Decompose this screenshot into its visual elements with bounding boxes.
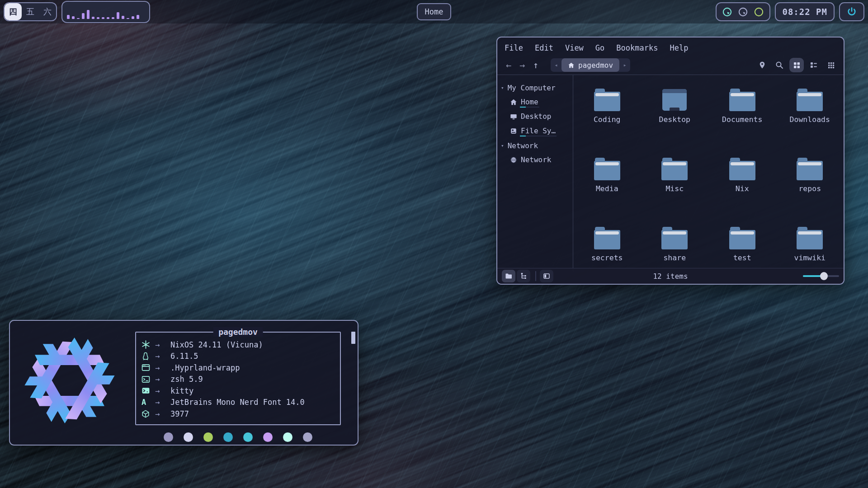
palette-color-0 — [164, 432, 173, 442]
visualizer-bar — [77, 18, 80, 19]
path-segment-home[interactable]: pagedmov — [561, 58, 619, 72]
folder-repos[interactable]: repos — [776, 151, 844, 221]
power-icon — [847, 7, 857, 17]
zoom-slider[interactable] — [803, 272, 839, 281]
terminal-icon — [142, 386, 155, 395]
menu-item-go[interactable]: Go — [595, 43, 604, 52]
compact-view-button[interactable] — [824, 58, 838, 72]
palette-color-1 — [184, 432, 193, 442]
menu-item-file[interactable]: File — [505, 43, 523, 52]
power-button[interactable] — [839, 2, 864, 21]
fetch-row-wm: →.Hyprland-wrapp — [142, 362, 334, 374]
active-window-title[interactable]: Home — [417, 3, 452, 20]
toggle-side-pane-button[interactable] — [540, 270, 553, 282]
folder-icon — [797, 89, 823, 111]
fastfetch-output: pagedmov →NixOS 24.11 (Vicuna)→6.11.5→.H… — [135, 332, 341, 442]
visualizer-bar — [112, 17, 114, 19]
path-bar[interactable]: ◂ pagedmov ▸ — [551, 58, 630, 72]
arrow-icon: → — [155, 386, 170, 395]
path-scroll-right-icon[interactable]: ▸ — [619, 62, 630, 68]
list-view-icon — [810, 61, 818, 69]
visualizer-bar — [97, 17, 99, 19]
sidebar-item-home[interactable]: Home — [497, 95, 573, 109]
path-segment-label: pagedmov — [578, 61, 613, 70]
folder-icon — [594, 89, 620, 111]
menu-item-help[interactable]: Help — [670, 43, 688, 52]
show-places-button[interactable] — [502, 270, 515, 282]
font-icon: A — [142, 398, 155, 407]
location-button[interactable] — [755, 58, 769, 72]
sidebar-section-network[interactable]: ▾Network — [497, 138, 573, 153]
arrow-icon: → — [155, 340, 170, 349]
search-icon — [775, 61, 783, 69]
visualizer-bar — [132, 16, 134, 19]
palette-color-2 — [203, 432, 213, 442]
nixos-icon — [142, 340, 155, 349]
path-scroll-left-icon[interactable]: ◂ — [551, 62, 561, 68]
menu-item-view[interactable]: View — [565, 43, 584, 52]
top-bar-left: 四五六 — [4, 1, 150, 23]
folder-media[interactable]: Media — [573, 151, 641, 221]
back-button[interactable]: ← — [502, 58, 515, 72]
folder-coding[interactable]: Coding — [573, 82, 641, 151]
sidebar-item-network[interactable]: Network — [497, 153, 573, 167]
icon-view-button[interactable] — [789, 58, 804, 72]
folder-label: Nix — [736, 184, 749, 193]
folder-downloads[interactable]: Downloads — [776, 82, 844, 151]
fetch-row-kernel: →6.11.5 — [142, 351, 334, 362]
folder-grid: CodingDesktopDocumentsDownloadsMediaMisc… — [573, 75, 844, 272]
up-button[interactable]: ↑ — [529, 58, 542, 72]
search-button[interactable] — [772, 58, 787, 72]
file-manager-body: ▾My ComputerHomeDesktopFile Sy…▾NetworkN… — [497, 75, 844, 272]
folder-icon — [594, 227, 620, 249]
visualizer-bar — [102, 17, 104, 19]
menu-bar: FileEditViewGoBookmarksHelp — [497, 38, 844, 56]
gauge-green-icon — [754, 7, 764, 17]
zoom-slider-thumb[interactable] — [820, 272, 828, 280]
sidebar-section-my-computer[interactable]: ▾My Computer — [497, 80, 573, 95]
fetch-value: kitty — [170, 386, 193, 395]
system-gauges[interactable] — [716, 2, 770, 21]
arrow-icon: → — [155, 363, 170, 372]
fetch-row-font: A→JetBrains Mono Nerd Font 14.0 — [142, 397, 334, 408]
location-pin-icon — [758, 61, 766, 69]
folder-documents[interactable]: Documents — [708, 82, 776, 151]
folder-label: Downloads — [790, 115, 830, 124]
workspace-button-四[interactable]: 四 — [5, 3, 22, 20]
list-view-button[interactable] — [807, 58, 821, 72]
workspace-switcher[interactable]: 四五六 — [4, 2, 57, 21]
folder-desktop[interactable]: Desktop — [641, 82, 709, 151]
folder-label: test — [733, 253, 751, 262]
directory-tree-icon — [520, 272, 527, 280]
grid-view-icon — [793, 61, 801, 69]
section-collapse-icon[interactable]: ▾ — [501, 143, 504, 149]
clock[interactable]: 08:22 PM — [775, 2, 835, 21]
kernel-icon — [142, 352, 155, 360]
folder-icon — [661, 227, 688, 249]
fetch-value: .Hyprland-wrapp — [170, 363, 240, 372]
visualizer-bar — [107, 17, 109, 19]
workspace-button-六[interactable]: 六 — [39, 3, 56, 20]
section-collapse-icon[interactable]: ▾ — [501, 85, 504, 91]
show-tree-button[interactable] — [517, 270, 530, 282]
places-folder-icon — [505, 272, 512, 280]
folder-label: Misc — [665, 184, 684, 193]
visualizer-bar — [82, 13, 85, 19]
folder-nix[interactable]: Nix — [708, 151, 776, 221]
visualizer-bar — [137, 15, 139, 19]
sidebar-item-desktop[interactable]: Desktop — [497, 109, 573, 124]
workspace-button-五[interactable]: 五 — [22, 3, 39, 20]
desktop-icon — [510, 113, 517, 120]
folder-misc[interactable]: Misc — [641, 151, 709, 221]
palette-color-5 — [263, 432, 273, 442]
sidebar-item-filesy[interactable]: File Sy… — [497, 124, 573, 138]
nixos-logo — [22, 333, 118, 428]
menu-item-edit[interactable]: Edit — [535, 43, 553, 52]
fetch-value: JetBrains Mono Nerd Font 14.0 — [170, 398, 305, 407]
terminal-color-palette — [135, 432, 341, 442]
forward-button[interactable]: → — [515, 58, 529, 72]
network-icon — [510, 156, 517, 164]
menu-item-bookmarks[interactable]: Bookmarks — [616, 43, 658, 52]
palette-color-3 — [223, 432, 233, 442]
fetch-row-terminal: →kitty — [142, 385, 334, 397]
